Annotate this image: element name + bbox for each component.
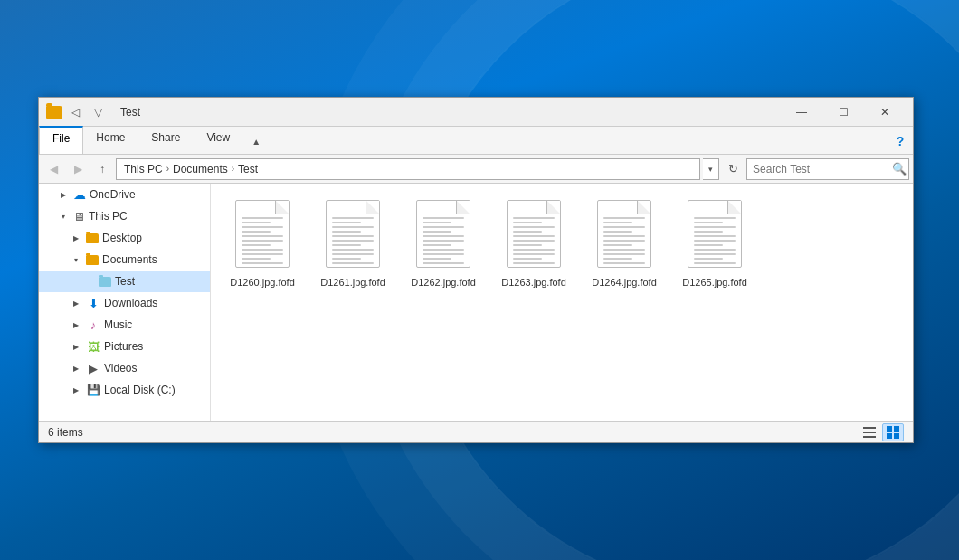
doc-icon-0	[235, 200, 290, 268]
tab-file[interactable]: File	[39, 126, 83, 154]
sidebar-item-test[interactable]: Test	[39, 271, 210, 292]
close-button[interactable]: ✕	[864, 98, 906, 127]
doc-line	[332, 217, 374, 219]
local-disk-label: Local Disk (C:)	[104, 384, 176, 396]
doc-line	[423, 244, 451, 246]
ribbon-collapse-button[interactable]: ▲	[243, 128, 269, 154]
search-icon[interactable]: 🔍	[892, 162, 907, 176]
doc-line	[603, 235, 645, 237]
file-item-1[interactable]: D1261.jpg.fofd	[312, 195, 394, 294]
doc-line	[242, 235, 283, 237]
sidebar-item-local-disk[interactable]: ▶ 💾 Local Disk (C:)	[39, 379, 210, 401]
sidebar-item-desktop[interactable]: ▶ Desktop	[39, 227, 210, 249]
path-sep-2: ›	[232, 164, 234, 174]
doc-line	[603, 258, 632, 260]
path-sep-1: ›	[166, 164, 169, 174]
tab-home[interactable]: Home	[83, 127, 138, 154]
doc-line	[513, 240, 555, 242]
expand-downloads-icon[interactable]: ▶	[70, 297, 82, 309]
expand-desktop-icon[interactable]: ▶	[70, 232, 82, 244]
doc-line	[513, 217, 555, 219]
sidebar-item-onedrive[interactable]: ▶ ☁ OneDrive	[39, 184, 210, 205]
thispc-icon: 🖥	[73, 210, 85, 223]
doc-line	[242, 240, 283, 242]
maximize-button[interactable]: ☐	[822, 98, 864, 127]
tab-share[interactable]: Share	[138, 127, 194, 154]
quick-access-back[interactable]: ◁	[65, 102, 85, 122]
doc-line	[332, 222, 361, 223]
minimize-button[interactable]: —	[781, 98, 822, 127]
file-item-2[interactable]: D1262.jpg.fofd	[403, 195, 484, 294]
expand-videos-icon[interactable]: ▶	[70, 362, 82, 375]
up-button[interactable]: ↑	[91, 158, 113, 180]
tab-view[interactable]: View	[194, 127, 243, 154]
expand-thispc-icon[interactable]: ▾	[57, 210, 70, 223]
doc-line	[242, 253, 283, 255]
view-list-button[interactable]	[859, 423, 880, 441]
file-name-1: D1261.jpg.fofd	[320, 276, 385, 289]
doc-line	[513, 253, 555, 255]
forward-button[interactable]: ▶	[67, 158, 89, 180]
back-button[interactable]: ◀	[43, 158, 64, 180]
search-input[interactable]	[753, 163, 888, 176]
doc-line	[694, 258, 723, 260]
localdisk-icon: 💾	[86, 384, 100, 396]
doc-line	[242, 222, 271, 223]
doc-icon-5	[688, 200, 742, 268]
doc-line	[603, 253, 645, 255]
sidebar-item-music[interactable]: ▶ ♪ Music	[39, 314, 210, 336]
file-item-4[interactable]: D1264.jpg.fofd	[584, 195, 665, 294]
sidebar-item-documents[interactable]: ▾ Documents	[39, 249, 210, 271]
doc-line	[694, 231, 723, 233]
doc-line	[423, 240, 464, 242]
doc-line	[332, 262, 374, 264]
doc-line	[694, 217, 736, 219]
address-path[interactable]: This PC › Documents › Test	[116, 158, 700, 180]
videos-label: Videos	[104, 362, 137, 375]
path-test[interactable]: Test	[238, 163, 258, 176]
doc-line	[513, 226, 555, 228]
doc-line	[603, 240, 645, 242]
expand-pictures-icon[interactable]: ▶	[70, 340, 82, 353]
videos-icon: ▶	[86, 362, 100, 375]
file-name-5: D1265.jpg.fofd	[682, 276, 747, 289]
expand-localdisk-icon[interactable]: ▶	[70, 384, 82, 396]
sidebar-item-videos[interactable]: ▶ ▶ Videos	[39, 357, 210, 379]
sidebar-item-this-pc[interactable]: ▾ 🖥 This PC	[39, 205, 210, 227]
ribbon-help-button[interactable]: ?	[888, 128, 913, 154]
file-icon-3	[503, 200, 565, 272]
quick-access-forward[interactable]: ▽	[88, 102, 108, 122]
view-grid-button[interactable]	[882, 423, 904, 441]
file-item-3[interactable]: D1263.jpg.fofd	[493, 195, 574, 294]
downloads-label: Downloads	[104, 297, 157, 309]
grid-view-icon	[887, 426, 899, 439]
file-name-3: D1263.jpg.fofd	[501, 276, 566, 289]
path-this-pc[interactable]: This PC	[124, 163, 163, 176]
folder-title-icon	[46, 106, 62, 119]
doc-line	[694, 226, 736, 228]
expand-music-icon[interactable]: ▶	[70, 318, 82, 331]
onedrive-icon: ☁	[73, 187, 86, 202]
expand-documents-icon[interactable]: ▾	[70, 253, 82, 266]
doc-line	[694, 249, 736, 251]
doc-line	[242, 226, 283, 228]
doc-line	[423, 222, 451, 223]
refresh-button[interactable]: ↻	[722, 158, 744, 180]
sidebar-item-downloads[interactable]: ▶ ⬇ Downloads	[39, 292, 210, 314]
path-documents[interactable]: Documents	[173, 163, 228, 176]
test-folder-icon	[99, 277, 111, 287]
test-label: Test	[115, 275, 135, 288]
doc-line	[513, 249, 555, 251]
doc-line	[332, 249, 374, 251]
doc-line	[423, 226, 464, 228]
file-item-5[interactable]: D1265.jpg.fofd	[674, 195, 755, 294]
title-bar-icons: ◁ ▽	[46, 102, 111, 122]
svg-rect-2	[863, 436, 876, 438]
doc-line	[423, 262, 464, 264]
doc-line	[332, 226, 374, 228]
address-dropdown[interactable]: ▾	[703, 158, 719, 180]
file-item-0[interactable]: D1260.jpg.fofd	[222, 195, 303, 294]
sidebar-item-pictures[interactable]: ▶ 🖼 Pictures	[39, 336, 210, 357]
doc-icon-1	[326, 200, 380, 268]
expand-onedrive-icon[interactable]: ▶	[57, 188, 70, 201]
